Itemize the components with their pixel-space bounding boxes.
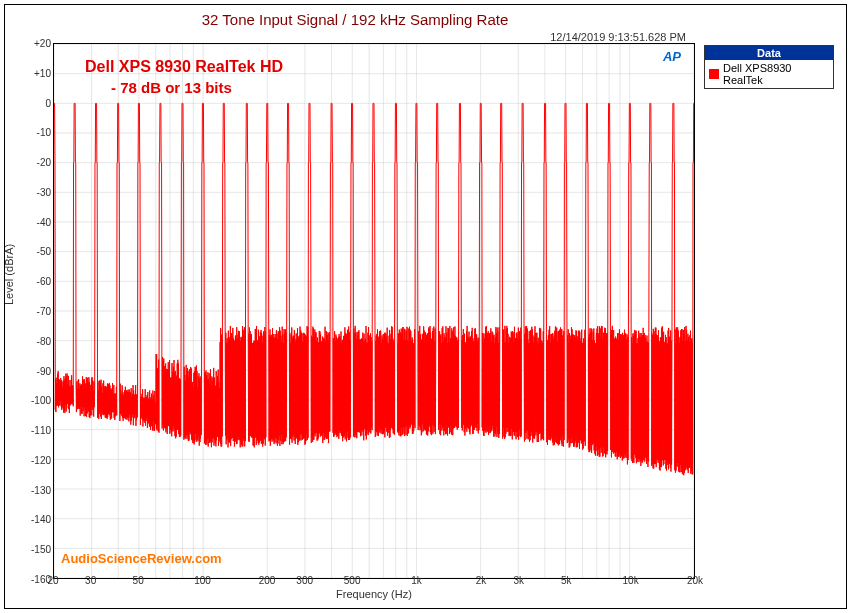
x-tick: 1k [411, 575, 422, 586]
y-tick: -150 [17, 544, 51, 555]
x-tick: 300 [296, 575, 313, 586]
y-tick: -50 [17, 246, 51, 257]
y-tick: -120 [17, 454, 51, 465]
annotation-result: - 78 dB or 13 bits [111, 79, 232, 96]
x-axis-label: Frequency (Hz) [53, 588, 695, 600]
chart-frame: 32 Tone Input Signal / 192 kHz Sampling … [4, 4, 847, 609]
y-tick: -80 [17, 335, 51, 346]
x-tick: 10k [623, 575, 639, 586]
y-tick: -60 [17, 276, 51, 287]
y-axis-label: Level (dBrA) [3, 244, 15, 305]
y-tick: -160 [17, 574, 51, 585]
legend-header: Data [705, 46, 833, 60]
y-tick: -70 [17, 306, 51, 317]
x-tick: 5k [561, 575, 572, 586]
y-tick: -10 [17, 127, 51, 138]
x-tick: 20 [47, 575, 58, 586]
legend-swatch [709, 69, 719, 79]
y-tick: -110 [17, 425, 51, 436]
y-tick: 0 [17, 97, 51, 108]
annotation-device: Dell XPS 8930 RealTek HD [85, 57, 283, 78]
y-tick: +20 [17, 38, 51, 49]
watermark: AudioScienceReview.com [61, 551, 222, 566]
y-tick: -20 [17, 157, 51, 168]
x-tick: 100 [194, 575, 211, 586]
legend-item-label: Dell XPS8930 RealTek [723, 62, 829, 86]
y-tick: +10 [17, 67, 51, 78]
x-tick: 20k [687, 575, 703, 586]
legend-item: Dell XPS8930 RealTek [705, 60, 833, 88]
y-tick: -140 [17, 514, 51, 525]
x-tick: 3k [513, 575, 524, 586]
y-tick: -90 [17, 365, 51, 376]
x-tick: 200 [259, 575, 276, 586]
x-tick: 500 [344, 575, 361, 586]
legend: Data Dell XPS8930 RealTek [704, 45, 834, 89]
x-tick: 30 [85, 575, 96, 586]
x-tick: 50 [133, 575, 144, 586]
chart-title: 32 Tone Input Signal / 192 kHz Sampling … [5, 11, 705, 28]
y-tick: -30 [17, 186, 51, 197]
trace-svg [54, 44, 694, 578]
y-tick: -40 [17, 216, 51, 227]
y-tick: -100 [17, 395, 51, 406]
timestamp: 12/14/2019 9:13:51.628 PM [550, 31, 686, 43]
plot-area [53, 43, 695, 579]
y-tick: -130 [17, 484, 51, 495]
x-tick: 2k [476, 575, 487, 586]
